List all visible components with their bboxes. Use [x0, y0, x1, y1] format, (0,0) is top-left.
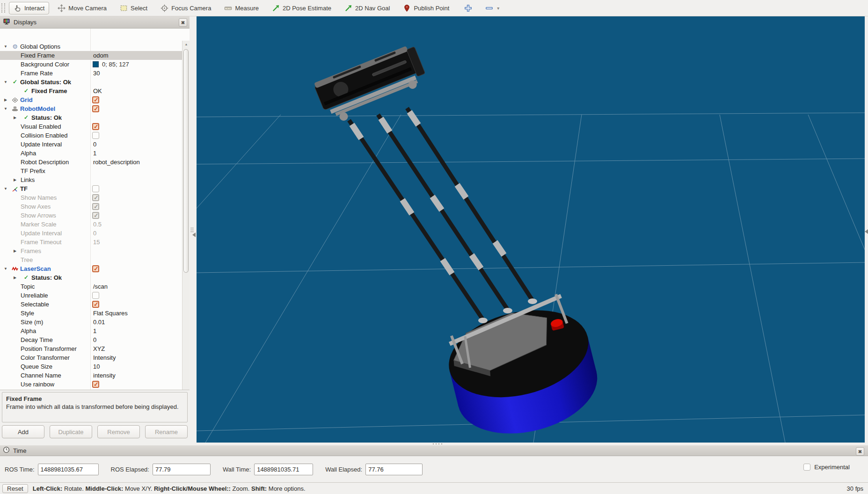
- duplicate-button[interactable]: Duplicate: [50, 425, 92, 438]
- tree-row[interactable]: Decay Time0: [0, 335, 182, 344]
- ros-time-field[interactable]: [38, 464, 99, 475]
- collapse-left-icon[interactable]: [865, 229, 868, 234]
- tree-row[interactable]: ▶Grid: [0, 95, 182, 104]
- property-value[interactable]: 0; 85; 127: [102, 60, 129, 69]
- tree-row[interactable]: Fixed Frameodom: [0, 51, 182, 60]
- tree-row[interactable]: ▶✓Status: Ok: [0, 273, 182, 282]
- property-value[interactable]: 0: [93, 335, 96, 344]
- chevron-down-icon[interactable]: ▾: [497, 6, 499, 11]
- tree-row[interactable]: ▶✓Status: Ok: [0, 113, 182, 122]
- scrollbar-thumb[interactable]: [183, 49, 189, 273]
- tree-row[interactable]: Position TransformerXYZ: [0, 344, 182, 353]
- property-checkbox[interactable]: [92, 265, 99, 272]
- property-checkbox[interactable]: [92, 105, 99, 112]
- focus-camera-tool-button[interactable]: Focus Camera: [156, 2, 216, 15]
- tree-row[interactable]: Channel Nameintensity: [0, 371, 182, 380]
- property-checkbox[interactable]: [92, 203, 99, 210]
- expand-arrow-icon[interactable]: ▼: [3, 42, 8, 51]
- experimental-checkbox[interactable]: Experimental: [803, 464, 850, 471]
- tree-row[interactable]: Alpha1: [0, 327, 182, 335]
- wall-elapsed-field[interactable]: [365, 464, 423, 475]
- tree-row[interactable]: Update Interval0: [0, 140, 182, 149]
- tree-row[interactable]: ✓Fixed FrameOK: [0, 87, 182, 95]
- remove-button[interactable]: Remove: [97, 425, 140, 438]
- checkbox-icon[interactable]: [803, 464, 810, 471]
- property-checkbox[interactable]: [92, 185, 99, 192]
- tree-row[interactable]: Visual Enabled: [0, 122, 182, 131]
- expand-arrow-icon[interactable]: ▶: [3, 95, 8, 104]
- remove-tool-button[interactable]: ▾: [482, 2, 502, 15]
- interact-tool-button[interactable]: Interact: [9, 2, 49, 15]
- property-value[interactable]: Intensity: [93, 353, 116, 362]
- pose-estimate-tool-button[interactable]: 2D Pose Estimate: [267, 2, 336, 15]
- move-camera-tool-button[interactable]: Move Camera: [53, 2, 111, 15]
- splitter-grip[interactable]: [190, 228, 194, 232]
- measure-tool-button[interactable]: Measure: [219, 2, 263, 15]
- property-checkbox[interactable]: [92, 301, 99, 308]
- nav-goal-tool-button[interactable]: 2D Nav Goal: [340, 2, 394, 15]
- property-value[interactable]: 1: [93, 149, 96, 158]
- ros-elapsed-field[interactable]: [153, 464, 211, 475]
- property-checkbox[interactable]: [92, 381, 99, 388]
- collapse-left-icon[interactable]: [192, 232, 196, 237]
- property-value[interactable]: intensity: [93, 371, 116, 380]
- property-checkbox[interactable]: [92, 390, 99, 390]
- toolbar-grip-handle[interactable]: [1, 3, 5, 13]
- color-swatch[interactable]: [93, 61, 99, 67]
- add-tool-button[interactable]: [461, 2, 475, 15]
- expand-arrow-icon[interactable]: ▼: [3, 78, 8, 87]
- tree-row[interactable]: Topic/scan: [0, 282, 182, 291]
- close-icon[interactable]: ✖: [856, 447, 864, 456]
- tree-row[interactable]: Show Axes: [0, 202, 182, 211]
- tree-row[interactable]: Tree: [0, 255, 182, 264]
- property-checkbox[interactable]: [92, 123, 99, 130]
- render-viewport[interactable]: [197, 16, 865, 443]
- displays-panel-header[interactable]: Displays ✖: [0, 16, 190, 29]
- tree-row[interactable]: Frame Rate30: [0, 69, 182, 78]
- wall-time-field[interactable]: [254, 464, 313, 475]
- property-value[interactable]: XYZ: [93, 344, 105, 353]
- tree-row[interactable]: TF Prefix: [0, 167, 182, 175]
- tree-row[interactable]: ▶Frames: [0, 247, 182, 255]
- tree-row[interactable]: ▶Links: [0, 175, 182, 184]
- select-tool-button[interactable]: Select: [115, 2, 152, 15]
- tree-row[interactable]: ▼⚙Global Options: [0, 42, 182, 51]
- vertical-scrollbar[interactable]: ▲ ▼: [182, 41, 190, 390]
- tree-row[interactable]: ▼TF: [0, 184, 182, 193]
- scroll-up-icon[interactable]: ▲: [183, 41, 190, 48]
- property-value[interactable]: /scan: [93, 282, 108, 291]
- tree-row[interactable]: Unreliable: [0, 291, 182, 300]
- tree-row[interactable]: ▼LaserScan: [0, 264, 182, 273]
- tree-row[interactable]: Invert Rainbow: [0, 389, 182, 390]
- expand-arrow-icon[interactable]: ▶: [12, 175, 18, 184]
- property-value[interactable]: 1: [93, 327, 96, 335]
- tree-row[interactable]: Update Interval0: [0, 229, 182, 238]
- reset-button[interactable]: Reset: [2, 484, 28, 493]
- tree-row[interactable]: StyleFlat Squares: [0, 309, 182, 318]
- property-checkbox[interactable]: [92, 212, 99, 219]
- tree-row[interactable]: Show Arrows: [0, 211, 182, 220]
- property-value[interactable]: 0.5: [93, 220, 102, 229]
- property-value[interactable]: 0.01: [93, 318, 105, 327]
- tree-row[interactable]: Frame Timeout15: [0, 238, 182, 247]
- property-value[interactable]: odom: [93, 51, 109, 60]
- add-button[interactable]: Add: [2, 425, 44, 438]
- tree-row[interactable]: ▼RobotModel: [0, 104, 182, 113]
- property-value[interactable]: robot_description: [93, 158, 140, 167]
- expand-arrow-icon[interactable]: ▼: [3, 264, 8, 273]
- property-value[interactable]: 10: [93, 362, 100, 371]
- time-panel-header[interactable]: Time ✖: [0, 445, 868, 456]
- expand-arrow-icon[interactable]: ▶: [12, 273, 18, 282]
- tree-row[interactable]: Use rainbow: [0, 380, 182, 389]
- tree-row[interactable]: Color TransformerIntensity: [0, 353, 182, 362]
- property-checkbox[interactable]: [92, 132, 99, 139]
- tree-row[interactable]: Selectable: [0, 300, 182, 309]
- tree-row[interactable]: Show Names: [0, 193, 182, 202]
- property-value[interactable]: Flat Squares: [93, 309, 128, 318]
- rename-button[interactable]: Rename: [145, 425, 188, 438]
- right-splitter[interactable]: [865, 16, 868, 443]
- publish-point-tool-button[interactable]: Publish Point: [398, 2, 454, 15]
- property-checkbox[interactable]: [92, 292, 99, 299]
- expand-arrow-icon[interactable]: ▶: [12, 113, 18, 122]
- property-value[interactable]: 30: [93, 69, 100, 78]
